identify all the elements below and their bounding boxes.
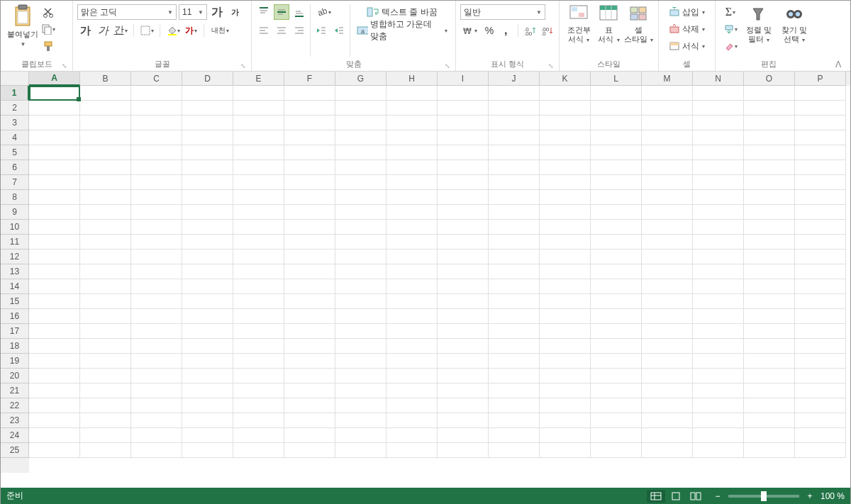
cell[interactable] (489, 86, 540, 101)
cell[interactable] (29, 220, 80, 235)
cell[interactable] (182, 220, 233, 235)
cell[interactable] (335, 130, 386, 145)
row-header-19[interactable]: 19 (1, 354, 29, 369)
cell[interactable] (438, 130, 489, 145)
cell[interactable] (131, 324, 182, 339)
cell[interactable] (693, 235, 744, 250)
orientation-button[interactable]: ab▾ (313, 4, 335, 20)
collapse-ribbon-button[interactable]: ᐱ (835, 60, 841, 69)
cell[interactable] (233, 190, 284, 205)
cell[interactable] (744, 160, 795, 175)
cell[interactable] (233, 116, 284, 130)
delete-button[interactable]: ×삭제▾ (663, 21, 711, 37)
cell[interactable] (182, 339, 233, 354)
autosum-button[interactable]: Σ▾ (720, 4, 741, 20)
cell[interactable] (29, 383, 80, 398)
cell[interactable] (489, 130, 540, 145)
table-format-button[interactable]: 표서식 ▾ (594, 3, 623, 54)
cell[interactable] (591, 145, 642, 160)
cell[interactable] (386, 190, 438, 205)
cell[interactable] (182, 250, 233, 264)
cell[interactable] (642, 130, 693, 145)
cell[interactable] (795, 116, 846, 130)
cell[interactable] (386, 175, 438, 190)
wrap-text-button[interactable]: 텍스트 줄 바꿈 (353, 4, 451, 20)
cell[interactable] (591, 324, 642, 339)
grow-font-button[interactable]: 가 (209, 4, 225, 20)
cell[interactable] (438, 116, 489, 130)
align-middle-button[interactable] (274, 4, 289, 20)
cell[interactable] (29, 130, 80, 145)
cell[interactable] (642, 354, 693, 369)
cell[interactable] (233, 250, 284, 264)
cell[interactable] (335, 101, 386, 116)
cell[interactable] (335, 294, 386, 309)
cell[interactable] (131, 116, 182, 130)
cell[interactable] (284, 130, 335, 145)
cell[interactable] (540, 324, 591, 339)
row-header-7[interactable]: 7 (1, 175, 29, 190)
col-header-P[interactable]: P (795, 72, 846, 86)
cell[interactable] (489, 413, 540, 428)
sort-filter-button[interactable]: 정렬 및필터 ▾ (741, 3, 777, 54)
cell[interactable] (795, 339, 846, 354)
cell[interactable] (182, 205, 233, 220)
underline-button[interactable]: 간▾ (113, 23, 128, 38)
cell[interactable] (182, 264, 233, 279)
cell[interactable] (131, 383, 182, 398)
col-header-D[interactable]: D (182, 72, 233, 86)
dialog-launcher-icon[interactable]: ⤡ (61, 62, 68, 69)
cell[interactable] (591, 443, 642, 458)
cell[interactable] (642, 294, 693, 309)
cell[interactable] (795, 86, 846, 101)
cell[interactable] (335, 413, 386, 428)
cell[interactable] (182, 101, 233, 116)
cell[interactable] (438, 250, 489, 264)
cell[interactable] (80, 160, 131, 175)
cell[interactable] (489, 279, 540, 294)
row-header-1[interactable]: 1 (1, 86, 29, 101)
cell[interactable] (386, 443, 438, 458)
borders-button[interactable]: ▾ (139, 23, 155, 38)
cell[interactable] (386, 354, 438, 369)
cell[interactable] (540, 398, 591, 413)
cell[interactable] (489, 235, 540, 250)
cell[interactable] (693, 175, 744, 190)
phonetic-button[interactable]: 내천▾ (209, 23, 230, 38)
cell[interactable] (642, 279, 693, 294)
cell[interactable] (386, 398, 438, 413)
cell[interactable] (386, 86, 438, 101)
col-header-H[interactable]: H (386, 72, 438, 86)
col-header-N[interactable]: N (693, 72, 744, 86)
merge-center-button[interactable]: a 병합하고 가운데 맞춤 ▾ (353, 23, 451, 38)
cell[interactable] (335, 354, 386, 369)
cell[interactable] (489, 383, 540, 398)
cell[interactable] (642, 145, 693, 160)
cell[interactable] (693, 116, 744, 130)
cell[interactable] (591, 369, 642, 383)
col-header-K[interactable]: K (540, 72, 591, 86)
cell[interactable] (438, 428, 489, 443)
cell[interactable] (591, 86, 642, 101)
row-header-16[interactable]: 16 (1, 309, 29, 324)
cell[interactable] (284, 324, 335, 339)
cell[interactable] (693, 383, 744, 398)
cell[interactable] (540, 220, 591, 235)
cell[interactable] (438, 339, 489, 354)
row-header-15[interactable]: 15 (1, 294, 29, 309)
cell[interactable] (335, 86, 386, 101)
cell[interactable] (438, 205, 489, 220)
cell[interactable] (693, 354, 744, 369)
cell[interactable] (489, 190, 540, 205)
cell[interactable] (233, 86, 284, 101)
cell[interactable] (642, 413, 693, 428)
dec-indent-button[interactable] (313, 23, 329, 38)
cell[interactable] (29, 205, 80, 220)
cell[interactable] (744, 86, 795, 101)
cell[interactable] (335, 369, 386, 383)
normal-view-button[interactable] (647, 490, 665, 503)
cell[interactable] (284, 190, 335, 205)
fill-button[interactable]: ▾ (720, 21, 741, 37)
cell[interactable] (693, 279, 744, 294)
cell[interactable] (182, 175, 233, 190)
